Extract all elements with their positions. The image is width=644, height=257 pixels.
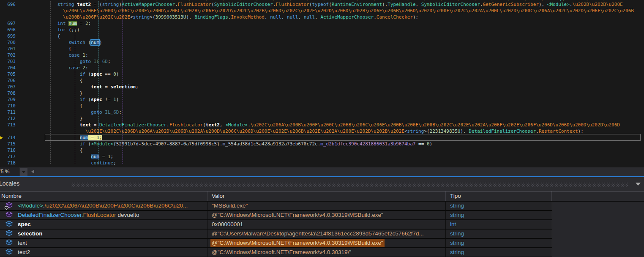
locals-type-cell[interactable]: int	[446, 220, 552, 229]
code-editor[interactable]: \u202C\u206A\u200B\u200F\u202C\u206A\u20…	[0, 0, 644, 167]
locals-type-cell[interactable]: string	[446, 202, 552, 210]
scroll-left-arrow-icon[interactable]	[31, 170, 34, 174]
panel-menu-chevron-icon[interactable]	[636, 183, 641, 186]
code-line[interactable]: \u202E\u202C\u206D\u206A\u202D\u206B\u20…	[0, 128, 644, 134]
code-line[interactable]: 708 }	[0, 90, 644, 96]
column-header-nombre[interactable]: Nombre	[0, 191, 207, 201]
code-text: if (<Module>{52991b7d-5dce-4907-8887-0a7…	[18, 141, 432, 147]
locals-value-cell[interactable]: @"C:\Users\Malware\Desktop\agenttesla\21…	[207, 230, 446, 238]
line-number[interactable]: 709	[0, 96, 16, 103]
code-line[interactable]: 702 case 1:	[0, 52, 644, 58]
locals-name-cell[interactable]: spec	[0, 220, 207, 229]
line-number[interactable]: 698	[0, 27, 16, 33]
locals-row[interactable]: text2@"C:\Windows\Microsoft.NET\Framewor…	[0, 248, 552, 257]
locals-value-cell[interactable]: @"C:\Windows\Microsoft.NET\Framework\v4.…	[207, 248, 446, 257]
locals-row[interactable]: selection@"C:\Users\Malware\Desktop\agen…	[0, 230, 552, 239]
locals-name-cell[interactable]: text	[0, 239, 207, 247]
line-number[interactable]: 702	[0, 52, 16, 58]
code-line[interactable]: 698 for (;;)	[0, 27, 644, 33]
locals-panel-titlebar[interactable]: Locales	[0, 177, 644, 191]
code-line[interactable]: 697 int num = 2;	[0, 20, 644, 27]
locals-name-cell[interactable]: DetailedFinalizerChooser.FlushLocator de…	[0, 211, 207, 219]
line-number[interactable]: 696	[0, 1, 16, 8]
code-text: {	[18, 78, 82, 83]
code-line[interactable]: 718 continue;	[0, 160, 644, 166]
code-text: num = 1;	[18, 135, 102, 140]
column-header-valor[interactable]: Valor	[207, 191, 446, 201]
code-text: if (spec != 1)	[18, 97, 119, 102]
code-text: text = DetailedFinalizerChooser.FlushLoc…	[18, 122, 620, 128]
line-number[interactable]: 706	[0, 77, 16, 84]
locals-rows: <Module>.\u202C\u206A\u200B\u200F\u200C\…	[0, 202, 552, 257]
line-number[interactable]: 713	[0, 122, 16, 128]
line-number[interactable]: 711	[0, 109, 16, 115]
locals-type-cell[interactable]: string	[446, 211, 552, 219]
locals-value-cell[interactable]: "MSBuild.exe"	[207, 202, 446, 210]
zoom-level-control[interactable]: 75 %	[0, 167, 19, 176]
code-line[interactable]: 705 if (spec == 0)	[0, 71, 644, 77]
locals-row[interactable]: spec0x00000001int	[0, 220, 552, 230]
code-line[interactable]: \u206C\u206E\u200D\u206C\u200F\u200D\u20…	[0, 8, 644, 14]
locals-name-cell[interactable]: text2	[0, 248, 207, 257]
line-number[interactable]: 703	[0, 58, 16, 65]
locals-value-cell[interactable]: @"C:\Windows\Microsoft.NET\Framework\v4.…	[207, 239, 446, 247]
line-number[interactable]: 717	[0, 153, 16, 160]
locals-row[interactable]: <Module>.\u202C\u206A\u200B\u200F\u200C\…	[0, 202, 552, 211]
locals-row[interactable]: DetailedFinalizerChooser.FlushLocator de…	[0, 211, 552, 220]
code-line[interactable]: 703 goto IL_6D;	[0, 58, 644, 65]
code-text: \u200B\u206F\u202C\u202E<string>(3999003…	[18, 14, 418, 20]
column-header-label: Tipo	[450, 193, 461, 199]
locals-value-cell[interactable]: @"C:\Windows\Microsoft.NET\Framework\v4.…	[207, 211, 446, 219]
line-number[interactable]: 715	[0, 141, 16, 147]
line-number[interactable]: 699	[0, 33, 16, 39]
zoom-dropdown-button[interactable]	[20, 168, 27, 176]
code-line[interactable]: 715 if (<Module>{52991b7d-5dce-4907-8887…	[0, 141, 644, 147]
locals-type-cell[interactable]: string	[446, 239, 552, 247]
line-number[interactable]: 710	[0, 103, 16, 109]
module-favorite-icon	[5, 202, 13, 208]
code-line-current[interactable]: 714 num = 1;	[0, 134, 644, 141]
code-line[interactable]: 699 {	[0, 33, 644, 39]
line-number[interactable]: 705	[0, 71, 16, 77]
code-line[interactable]: 711 goto IL_6D;	[0, 109, 644, 115]
line-number[interactable]: 718	[0, 160, 16, 166]
locals-type-cell[interactable]: string	[446, 230, 552, 238]
locals-value: @"C:\Users\Malware\Desktop\agenttesla\21…	[212, 230, 424, 237]
code-line[interactable]: 717 num = 1;	[0, 153, 644, 160]
code-line[interactable]: 706 {	[0, 77, 644, 84]
line-number[interactable]: 704	[0, 65, 16, 71]
code-line[interactable]: 710 {	[0, 103, 644, 109]
code-line[interactable]: 713 text = DetailedFinalizerChooser.Flus…	[0, 122, 644, 128]
code-line[interactable]: 696 string text2 = (string)ActiveMapperC…	[0, 1, 644, 8]
code-line[interactable]: 700 switch (num)	[0, 39, 644, 46]
locals-name-cell[interactable]: selection	[0, 230, 207, 238]
code-line[interactable]: 709 if (spec != 1)	[0, 96, 644, 103]
code-text: }	[18, 116, 82, 121]
line-number[interactable]: 701	[0, 46, 16, 52]
horizontal-scrollbar[interactable]	[38, 167, 644, 176]
line-number[interactable]: 707	[0, 84, 16, 90]
locals-type-cell[interactable]: string	[446, 248, 552, 257]
line-number[interactable]: 716	[0, 147, 16, 153]
locals-type: string	[450, 249, 464, 255]
line-number[interactable]: 697	[0, 20, 16, 27]
code-line[interactable]: 707 text = selection;	[0, 84, 644, 90]
locals-row[interactable]: text@"C:\Windows\Microsoft.NET\Framework…	[0, 239, 552, 248]
line-number[interactable]: 712	[0, 115, 16, 122]
code-line[interactable]: 704 case 2:	[0, 65, 644, 71]
locals-column-headers: Nombre Valor Tipo	[0, 191, 644, 202]
locals-name-cell[interactable]: <Module>.\u202C\u206A\u200B\u200F\u200C\…	[0, 202, 207, 210]
code-text: \u202E\u202C\u206D\u206A\u202D\u206B\u20…	[18, 128, 584, 134]
code-line[interactable]: \u200B\u206F\u202C\u202E<string>(3999003…	[0, 14, 644, 20]
code-line[interactable]: 701 {	[0, 46, 644, 52]
column-header-tipo[interactable]: Tipo	[446, 191, 552, 201]
locals-panel: Locales Nombre Valor Tipo <Module>.\u202…	[0, 177, 644, 257]
code-text: case 1:	[18, 52, 88, 58]
code-line[interactable]: 712 }	[0, 115, 644, 122]
line-number[interactable]: 700	[0, 39, 16, 46]
locals-value-cell[interactable]: 0x00000001	[207, 220, 446, 229]
code-lines: 696 string text2 = (string)ActiveMapperC…	[0, 1, 644, 166]
line-number[interactable]: 708	[0, 90, 16, 96]
code-line[interactable]: 716 {	[0, 147, 644, 153]
changed-value-highlight: @"C:\Windows\Microsoft.NET\Framework\v4.…	[210, 239, 385, 247]
